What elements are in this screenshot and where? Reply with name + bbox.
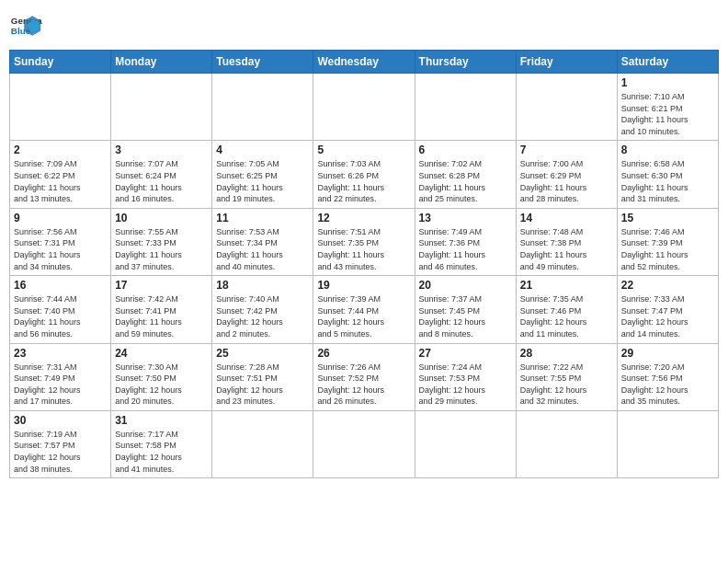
day-number: 10	[115, 212, 208, 224]
day-number: 24	[115, 347, 208, 360]
day-info: Sunrise: 7:53 AM Sunset: 7:34 PM Dayligh…	[216, 226, 309, 272]
day-info: Sunrise: 7:37 AM Sunset: 7:45 PM Dayligh…	[419, 293, 512, 339]
day-number: 1	[621, 76, 714, 89]
calendar-cell: 3Sunrise: 7:07 AM Sunset: 6:24 PM Daylig…	[111, 141, 212, 208]
day-info: Sunrise: 7:33 AM Sunset: 7:47 PM Dayligh…	[621, 293, 714, 339]
day-number: 28	[520, 347, 613, 360]
calendar-cell	[313, 410, 415, 477]
calendar-cell: 29Sunrise: 7:20 AM Sunset: 7:56 PM Dayli…	[617, 343, 718, 410]
day-info: Sunrise: 7:19 AM Sunset: 7:57 PM Dayligh…	[14, 429, 107, 475]
header-saturday: Saturday	[617, 51, 718, 74]
day-number: 21	[520, 279, 613, 292]
day-info: Sunrise: 7:22 AM Sunset: 7:55 PM Dayligh…	[520, 362, 613, 408]
day-info: Sunrise: 7:03 AM Sunset: 6:26 PM Dayligh…	[317, 158, 410, 204]
day-info: Sunrise: 7:28 AM Sunset: 7:51 PM Dayligh…	[216, 362, 309, 408]
calendar-cell	[10, 74, 111, 141]
calendar-cell: 23Sunrise: 7:31 AM Sunset: 7:49 PM Dayli…	[10, 343, 111, 410]
calendar-cell	[516, 410, 617, 477]
logo: General Blue	[9, 9, 42, 42]
calendar-cell: 25Sunrise: 7:28 AM Sunset: 7:51 PM Dayli…	[212, 343, 313, 410]
calendar-cell: 8Sunrise: 6:58 AM Sunset: 6:30 PM Daylig…	[617, 141, 718, 208]
calendar-cell: 27Sunrise: 7:24 AM Sunset: 7:53 PM Dayli…	[415, 343, 516, 410]
day-info: Sunrise: 7:05 AM Sunset: 6:25 PM Dayligh…	[216, 158, 309, 204]
day-number: 23	[14, 347, 107, 360]
day-info: Sunrise: 7:55 AM Sunset: 7:33 PM Dayligh…	[115, 226, 208, 272]
day-info: Sunrise: 7:02 AM Sunset: 6:28 PM Dayligh…	[419, 158, 512, 204]
day-number: 16	[14, 279, 107, 292]
day-number: 29	[621, 347, 714, 360]
day-number: 7	[520, 144, 613, 156]
calendar-cell: 21Sunrise: 7:35 AM Sunset: 7:46 PM Dayli…	[516, 276, 617, 343]
calendar-cell: 7Sunrise: 7:00 AM Sunset: 6:29 PM Daylig…	[516, 141, 617, 208]
day-info: Sunrise: 7:30 AM Sunset: 7:50 PM Dayligh…	[115, 362, 208, 408]
day-info: Sunrise: 7:00 AM Sunset: 6:29 PM Dayligh…	[520, 158, 613, 204]
day-info: Sunrise: 7:49 AM Sunset: 7:36 PM Dayligh…	[419, 226, 512, 272]
calendar-cell: 1Sunrise: 7:10 AM Sunset: 6:21 PM Daylig…	[617, 74, 718, 141]
day-number: 30	[14, 414, 107, 427]
day-number: 5	[317, 144, 410, 156]
calendar-cell	[313, 74, 415, 141]
calendar-cell: 11Sunrise: 7:53 AM Sunset: 7:34 PM Dayli…	[212, 208, 313, 275]
day-info: Sunrise: 6:58 AM Sunset: 6:30 PM Dayligh…	[621, 158, 714, 204]
calendar-week-row: 1Sunrise: 7:10 AM Sunset: 6:21 PM Daylig…	[10, 74, 719, 141]
calendar-cell: 14Sunrise: 7:48 AM Sunset: 7:38 PM Dayli…	[516, 208, 617, 275]
day-number: 9	[14, 212, 107, 224]
day-number: 31	[115, 414, 208, 427]
calendar-cell	[415, 410, 516, 477]
calendar-cell	[212, 74, 313, 141]
day-number: 3	[115, 144, 208, 156]
day-info: Sunrise: 7:20 AM Sunset: 7:56 PM Dayligh…	[621, 362, 714, 408]
day-info: Sunrise: 7:17 AM Sunset: 7:58 PM Dayligh…	[115, 429, 208, 475]
day-number: 13	[419, 212, 512, 224]
header-thursday: Thursday	[415, 51, 516, 74]
day-number: 20	[419, 279, 512, 292]
calendar-cell: 31Sunrise: 7:17 AM Sunset: 7:58 PM Dayli…	[111, 410, 212, 477]
calendar-cell: 9Sunrise: 7:56 AM Sunset: 7:31 PM Daylig…	[10, 208, 111, 275]
day-info: Sunrise: 7:51 AM Sunset: 7:35 PM Dayligh…	[317, 226, 410, 272]
header-wednesday: Wednesday	[313, 51, 415, 74]
calendar-cell: 20Sunrise: 7:37 AM Sunset: 7:45 PM Dayli…	[415, 276, 516, 343]
calendar-cell: 22Sunrise: 7:33 AM Sunset: 7:47 PM Dayli…	[617, 276, 718, 343]
day-info: Sunrise: 7:42 AM Sunset: 7:41 PM Dayligh…	[115, 293, 208, 339]
calendar-cell	[617, 410, 718, 477]
calendar-cell: 17Sunrise: 7:42 AM Sunset: 7:41 PM Dayli…	[111, 276, 212, 343]
calendar-week-row: 16Sunrise: 7:44 AM Sunset: 7:40 PM Dayli…	[10, 276, 719, 343]
calendar-cell: 16Sunrise: 7:44 AM Sunset: 7:40 PM Dayli…	[10, 276, 111, 343]
calendar-cell: 15Sunrise: 7:46 AM Sunset: 7:39 PM Dayli…	[617, 208, 718, 275]
calendar-cell: 19Sunrise: 7:39 AM Sunset: 7:44 PM Dayli…	[313, 276, 415, 343]
calendar-cell: 28Sunrise: 7:22 AM Sunset: 7:55 PM Dayli…	[516, 343, 617, 410]
calendar-cell: 2Sunrise: 7:09 AM Sunset: 6:22 PM Daylig…	[10, 141, 111, 208]
day-info: Sunrise: 7:26 AM Sunset: 7:52 PM Dayligh…	[317, 362, 410, 408]
generalblue-logo-icon: General Blue	[9, 9, 42, 42]
day-info: Sunrise: 7:07 AM Sunset: 6:24 PM Dayligh…	[115, 158, 208, 204]
day-number: 22	[621, 279, 714, 292]
day-info: Sunrise: 7:48 AM Sunset: 7:38 PM Dayligh…	[520, 226, 613, 272]
calendar-cell: 6Sunrise: 7:02 AM Sunset: 6:28 PM Daylig…	[415, 141, 516, 208]
calendar-cell	[516, 74, 617, 141]
day-info: Sunrise: 7:31 AM Sunset: 7:49 PM Dayligh…	[14, 362, 107, 408]
calendar-cell: 12Sunrise: 7:51 AM Sunset: 7:35 PM Dayli…	[313, 208, 415, 275]
day-number: 18	[216, 279, 309, 292]
day-info: Sunrise: 7:40 AM Sunset: 7:42 PM Dayligh…	[216, 293, 309, 339]
calendar-cell	[111, 74, 212, 141]
calendar-table: Sunday Monday Tuesday Wednesday Thursday…	[9, 50, 719, 478]
day-number: 12	[317, 212, 410, 224]
calendar-cell	[212, 410, 313, 477]
calendar-cell: 26Sunrise: 7:26 AM Sunset: 7:52 PM Dayli…	[313, 343, 415, 410]
day-info: Sunrise: 7:46 AM Sunset: 7:39 PM Dayligh…	[621, 226, 714, 272]
day-number: 2	[14, 144, 107, 156]
calendar-cell: 13Sunrise: 7:49 AM Sunset: 7:36 PM Dayli…	[415, 208, 516, 275]
header-sunday: Sunday	[10, 51, 111, 74]
day-info: Sunrise: 7:56 AM Sunset: 7:31 PM Dayligh…	[14, 226, 107, 272]
calendar-week-row: 2Sunrise: 7:09 AM Sunset: 6:22 PM Daylig…	[10, 141, 719, 208]
calendar-cell: 10Sunrise: 7:55 AM Sunset: 7:33 PM Dayli…	[111, 208, 212, 275]
calendar-cell: 18Sunrise: 7:40 AM Sunset: 7:42 PM Dayli…	[212, 276, 313, 343]
header-friday: Friday	[516, 51, 617, 74]
day-info: Sunrise: 7:39 AM Sunset: 7:44 PM Dayligh…	[317, 293, 410, 339]
calendar-week-row: 30Sunrise: 7:19 AM Sunset: 7:57 PM Dayli…	[10, 410, 719, 477]
page-header: General Blue	[9, 9, 719, 42]
calendar-header-row: Sunday Monday Tuesday Wednesday Thursday…	[10, 51, 719, 74]
day-info: Sunrise: 7:10 AM Sunset: 6:21 PM Dayligh…	[621, 91, 714, 137]
day-info: Sunrise: 7:44 AM Sunset: 7:40 PM Dayligh…	[14, 293, 107, 339]
day-number: 14	[520, 212, 613, 224]
